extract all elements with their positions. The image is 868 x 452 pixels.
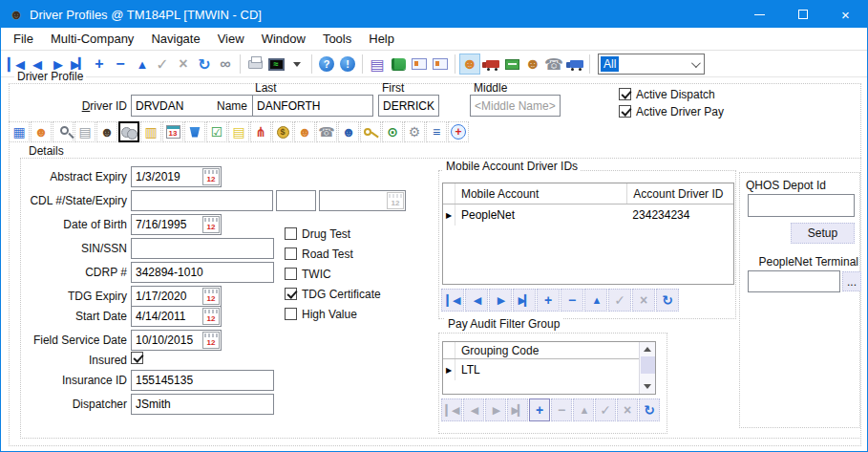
prev-button[interactable]: ◀ [465, 289, 488, 312]
last-button[interactable]: ▶▎ [513, 289, 536, 312]
next-button[interactable]: ▶ [485, 398, 506, 421]
abstract-expiry-input[interactable]: 1/3/201912 [131, 166, 222, 187]
tools-wrench-icon[interactable]: ⚙ [404, 121, 425, 142]
field-service-date-input[interactable]: 10/10/201512 [131, 330, 222, 351]
report-document-button[interactable]: ▤ [367, 54, 388, 75]
close-icon[interactable]: × [824, 1, 867, 28]
accept-button[interactable]: ✓ [152, 54, 173, 75]
mobile-account-column-header[interactable]: Mobile Account [455, 187, 626, 201]
mobile-accounts-table[interactable]: Mobile Account Account Driver ID ▶People… [442, 183, 734, 285]
calendar-icon[interactable]: 12 [202, 168, 220, 185]
sticky-notes-icon[interactable]: ▤ [228, 121, 249, 142]
qhos-depot-id-input[interactable] [748, 194, 855, 217]
phone-button[interactable]: ☎ [543, 54, 564, 75]
list-icon[interactable]: ≡ [426, 121, 447, 142]
prev-button[interactable]: ◀ [463, 398, 484, 421]
help-button[interactable]: ? [316, 54, 337, 75]
active-driver-pay-checkbox[interactable] [619, 105, 631, 118]
add-button[interactable]: + [529, 398, 550, 421]
schedule-calendar-icon[interactable]: 13 [162, 121, 183, 142]
date-of-birth-input[interactable]: 7/16/199512 [131, 214, 222, 235]
coins-icon[interactable] [118, 121, 139, 142]
clock-icon[interactable]: ⊙ [382, 121, 403, 142]
driver-hat-icon[interactable]: ☻ [96, 121, 117, 142]
table-row[interactable]: ▶PeopleNet234234234 [443, 204, 733, 226]
driver-person-icon[interactable]: ☻ [31, 121, 52, 142]
cancel-button[interactable]: × [617, 398, 638, 421]
checkbox-high-value[interactable] [285, 308, 297, 320]
insurance-id-input[interactable]: 155145135 [131, 370, 274, 391]
calendar-icon[interactable]: 12 [202, 216, 220, 233]
tdg-expiry-input[interactable]: 1/17/202012 [131, 286, 222, 307]
personnel-button[interactable]: ☻ [522, 54, 543, 75]
chevron-down-icon[interactable] [691, 58, 701, 68]
peoplenet-terminal-input[interactable] [748, 270, 840, 292]
id-card-button[interactable] [409, 54, 430, 75]
search-icon[interactable] [53, 121, 74, 142]
menu-multi-company[interactable]: Multi-Company [42, 32, 142, 46]
scroll-down-icon[interactable] [640, 379, 656, 394]
up-button[interactable]: ▲ [573, 398, 594, 421]
pay-rates-icon[interactable]: ▥ [140, 121, 161, 142]
truck-profiles-button[interactable] [480, 54, 501, 75]
browse-button[interactable]: ... [842, 271, 861, 291]
pay-audit-scrollbar[interactable] [639, 342, 655, 394]
person-security-icon[interactable]: ☻ [294, 121, 315, 142]
refresh-button[interactable]: ↻ [656, 289, 679, 312]
insured-checkbox[interactable] [131, 352, 143, 364]
first-button[interactable]: ▎◀ [441, 289, 464, 312]
start-date-input[interactable]: 4/14/201112 [131, 306, 222, 327]
next-button[interactable]: ▶ [489, 289, 512, 312]
network-tree-icon[interactable]: ⋔ [250, 121, 271, 142]
document-check-icon[interactable]: ☑ [206, 121, 227, 142]
refresh-button[interactable]: ↻ [194, 54, 215, 75]
remove-button[interactable]: − [561, 289, 583, 312]
cdl-state-input[interactable] [276, 190, 316, 211]
menu-file[interactable]: File [5, 32, 42, 46]
table-row[interactable]: ▶LTL [443, 359, 639, 380]
about-button[interactable]: ! [337, 54, 358, 75]
grouping-code-column-header[interactable]: Grouping Code [455, 344, 639, 357]
save-button[interactable]: ✓ [608, 289, 631, 312]
account-driver-id-column-header[interactable]: Account Driver ID [626, 183, 733, 204]
driver-id-input[interactable]: DRVDAN [131, 95, 268, 117]
checkbox-road-test[interactable] [285, 248, 297, 260]
scroll-up-icon[interactable] [640, 342, 656, 356]
cancel-button[interactable]: × [632, 289, 655, 312]
card-machine-button[interactable] [501, 54, 522, 75]
calendar-icon[interactable]: 12 [202, 288, 220, 305]
calendar-icon[interactable]: 12 [202, 308, 220, 325]
post-edit-button[interactable]: ▲ [131, 54, 152, 75]
money-bag-icon[interactable]: $ [272, 121, 293, 142]
remove-button[interactable]: − [551, 398, 572, 421]
carrier-profiles-button[interactable] [564, 54, 585, 75]
cancel-button[interactable]: × [173, 54, 194, 75]
menu-navigate[interactable]: Navigate [142, 32, 208, 46]
checkbox-drug-test[interactable] [285, 227, 297, 240]
phone-log-icon[interactable]: ☎ [316, 121, 337, 142]
sin-ssn-input[interactable] [131, 238, 274, 259]
monitor-button[interactable]: ≈ [265, 54, 286, 75]
abstract-notes-icon[interactable]: ▤ [74, 121, 95, 142]
title-bar[interactable]: ☻ Driver Profiles @ TM184PL [TMWIN - CD]… [1, 1, 867, 28]
save-button[interactable]: ✓ [595, 398, 616, 421]
police-person-icon[interactable]: ☻ [338, 121, 359, 142]
menu-window[interactable]: Window [253, 32, 314, 46]
bucket-icon[interactable] [184, 121, 205, 142]
checkbox-twic[interactable] [285, 268, 297, 280]
scroll-thumb[interactable] [641, 356, 655, 374]
last-button[interactable]: ▶▎ [507, 398, 528, 421]
cdrp-input[interactable]: 342894-1010 [131, 262, 274, 283]
monitor-dropdown-button[interactable] [286, 54, 307, 75]
last-name-input[interactable]: DANFORTH [252, 95, 373, 117]
first-button[interactable]: ▎◀ [441, 398, 462, 421]
active-dispatch-checkbox[interactable] [619, 88, 631, 100]
manual-book-button[interactable] [388, 54, 409, 75]
driver-profiles-button[interactable]: ☻ [459, 54, 480, 75]
binoculars-search-button[interactable]: ∞ [215, 54, 236, 75]
first-name-input[interactable]: DERRICK [378, 95, 439, 117]
calendar-icon[interactable]: 12 [202, 332, 220, 349]
rate-tables-icon[interactable]: ▦ [9, 121, 30, 142]
key-icon[interactable] [360, 121, 381, 142]
delete-record-button[interactable]: − [110, 54, 131, 75]
